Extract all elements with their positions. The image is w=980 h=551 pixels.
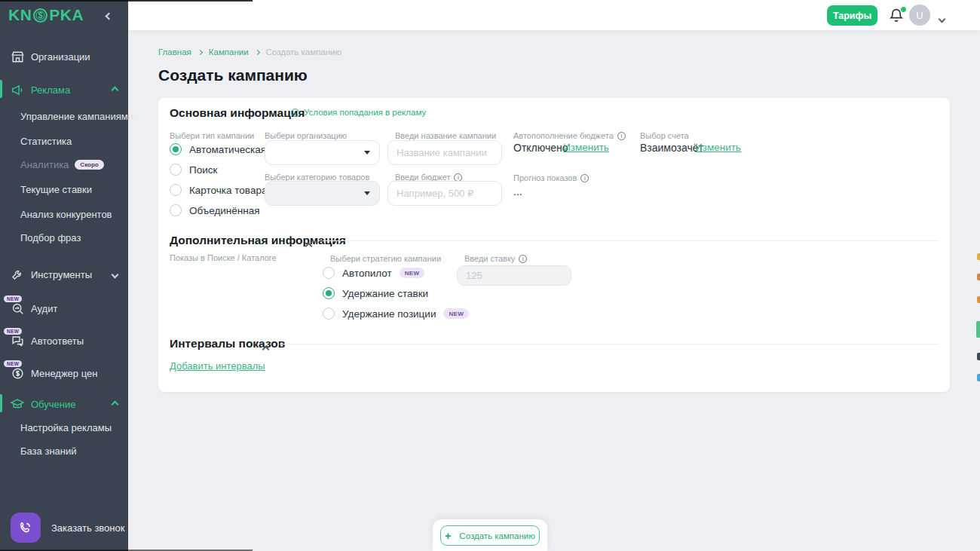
- radio-icon: [170, 164, 182, 176]
- sidebar-item-phrase-selection[interactable]: Подбор фраз: [20, 232, 81, 243]
- radio-label: Объединённая: [189, 205, 260, 216]
- bid-input[interactable]: [457, 265, 571, 286]
- logo-text-right: PKA: [49, 6, 84, 24]
- logo-text-left: KN: [8, 6, 32, 24]
- organization-select[interactable]: [265, 140, 380, 165]
- sidebar-item-analytics: Аналитика Скоро: [20, 159, 104, 170]
- sidebar-item-label: Организации: [31, 51, 90, 63]
- knopka-logo[interactable]: KN$PKA: [8, 6, 84, 24]
- create-campaign-panel: + Создать кампанию: [433, 519, 547, 551]
- radio-strategy-bid-hold[interactable]: Удержание ставки: [323, 287, 428, 299]
- wrench-icon: [9, 266, 26, 283]
- soon-badge: Скоро: [75, 160, 103, 170]
- section-divider: [280, 344, 939, 344]
- storefront-icon: [9, 48, 26, 65]
- sidebar-item-audit[interactable]: NEW Аудит: [0, 298, 128, 318]
- chevron-up-icon: [112, 86, 119, 93]
- account-change-link[interactable]: Изменить: [695, 142, 741, 153]
- radio-type-search[interactable]: Поиск: [170, 164, 217, 176]
- sidebar-item-knowledge-base[interactable]: База знаний: [20, 445, 77, 457]
- add-intervals-link[interactable]: Добавить интервалы: [170, 360, 265, 372]
- sidebar-item-label: Аналитика: [20, 159, 69, 170]
- caret-down-icon: [364, 191, 370, 195]
- sidebar-item-autoreplies[interactable]: NEW Автоответы: [0, 331, 128, 350]
- sidebar-item-label: Анализ конкурентов: [20, 209, 112, 220]
- sidebar-item-tools[interactable]: Инструменты: [0, 265, 128, 284]
- collapse-section-button[interactable]: [263, 341, 274, 352]
- graduation-cap-icon: [9, 396, 26, 412]
- sidebar-item-advertising[interactable]: Реклама: [0, 80, 128, 99]
- breadcrumb-home[interactable]: Главная: [158, 47, 191, 57]
- clipped-icon: [977, 274, 980, 280]
- create-campaign-button[interactable]: + Создать кампанию: [440, 525, 540, 546]
- chat-bubbles-icon: NEW: [9, 332, 26, 349]
- category-select[interactable]: [265, 181, 380, 206]
- sidebar-item-competitor-analysis[interactable]: Анализ конкурентов: [20, 209, 112, 220]
- sidebar-item-statistics[interactable]: Статистика: [20, 136, 72, 147]
- topbar: Тарифы U: [128, 0, 980, 31]
- price-coin-icon: NEW: [9, 365, 26, 381]
- sidebar-item-label: База знаний: [20, 445, 77, 457]
- radio-icon: [170, 204, 182, 216]
- radio-strategy-autopilot[interactable]: Автопилот NEW: [323, 267, 424, 279]
- clipped-icon: [977, 253, 980, 260]
- sidebar-item-label: Настройка рекламы: [20, 422, 112, 433]
- radio-type-combined[interactable]: Объединённая: [170, 204, 260, 216]
- sidebar-item-campaign-management[interactable]: Управление кампаниями: [20, 111, 133, 122]
- radio-label: Удержание позиции: [342, 308, 436, 320]
- campaign-name-label: Введи название кампании: [395, 131, 496, 140]
- new-badge: NEW: [443, 308, 469, 319]
- new-badge: NEW: [4, 328, 22, 335]
- info-icon[interactable]: i: [580, 174, 589, 182]
- new-badge: NEW: [400, 268, 425, 278]
- info-icon[interactable]: i: [519, 255, 527, 263]
- basic-info-heading: Основная информация: [170, 106, 305, 120]
- info-icon[interactable]: i: [454, 173, 462, 182]
- radio-type-automatic[interactable]: Автоматическая: [170, 143, 266, 155]
- new-badge: NEW: [4, 360, 22, 367]
- sidebar-item-label: Обучение: [31, 399, 75, 410]
- autorefill-change-link[interactable]: Изменить: [563, 142, 609, 153]
- user-menu-button[interactable]: [939, 11, 945, 25]
- radio-icon: [170, 143, 182, 155]
- order-call-button[interactable]: Заказать звонок: [11, 513, 124, 543]
- user-avatar[interactable]: U: [909, 5, 930, 26]
- chevron-right-icon: [198, 49, 203, 54]
- sidebar-item-label: Менеджер цен: [31, 368, 97, 379]
- sidebar-item-label: Инструменты: [31, 269, 92, 280]
- breadcrumb: Главная Кампании Создать кампанию: [158, 47, 341, 57]
- sidebar-item-education[interactable]: Обучение: [0, 394, 128, 414]
- notifications-button[interactable]: [888, 7, 906, 25]
- ad-conditions-link[interactable]: i Условия попадания в рекламу: [291, 108, 426, 117]
- sidebar-item-organizations[interactable]: Организации: [0, 47, 128, 66]
- sidebar-item-label: Аудит: [31, 303, 57, 314]
- caret-down-icon: [364, 151, 370, 155]
- radio-label: Автопилот: [342, 268, 392, 279]
- budget-input[interactable]: [387, 181, 502, 206]
- collapse-section-button[interactable]: [306, 238, 317, 249]
- bid-label-text: Введи ставку: [464, 254, 515, 263]
- radio-strategy-position-hold[interactable]: Удержание позиции NEW: [323, 308, 469, 320]
- info-icon[interactable]: i: [617, 132, 626, 140]
- sidebar-item-current-bids[interactable]: Текущие ставки: [20, 184, 92, 195]
- clipped-icon: [977, 296, 980, 303]
- radio-type-product-card[interactable]: Карточка товара: [170, 184, 267, 196]
- sidebar-item-label: Подбор фраз: [20, 232, 81, 243]
- chevron-left-icon: [106, 13, 113, 20]
- forecast-value: ...: [513, 185, 522, 197]
- radio-label: Поиск: [189, 164, 217, 176]
- autorefill-label-text: Автопополнение бюджета: [513, 131, 614, 140]
- sidebar-item-ad-setup[interactable]: Настройка рекламы: [20, 422, 112, 433]
- chevron-down-icon: [939, 16, 946, 23]
- sidebar-item-price-manager[interactable]: NEW Менеджер цен: [0, 363, 128, 383]
- strategy-label: Выбери стратегию кампании: [330, 254, 441, 263]
- radio-icon: [323, 287, 335, 299]
- breadcrumb-campaigns[interactable]: Кампании: [209, 47, 249, 57]
- tariffs-button[interactable]: Тарифы: [827, 5, 877, 26]
- new-badge: NEW: [4, 295, 22, 302]
- megaphone-icon: [9, 81, 26, 98]
- clipped-icon: [976, 321, 980, 338]
- sidebar-collapse-button[interactable]: [106, 8, 118, 20]
- organization-label: Выбери организацию: [265, 131, 347, 140]
- campaign-name-input[interactable]: [387, 140, 502, 165]
